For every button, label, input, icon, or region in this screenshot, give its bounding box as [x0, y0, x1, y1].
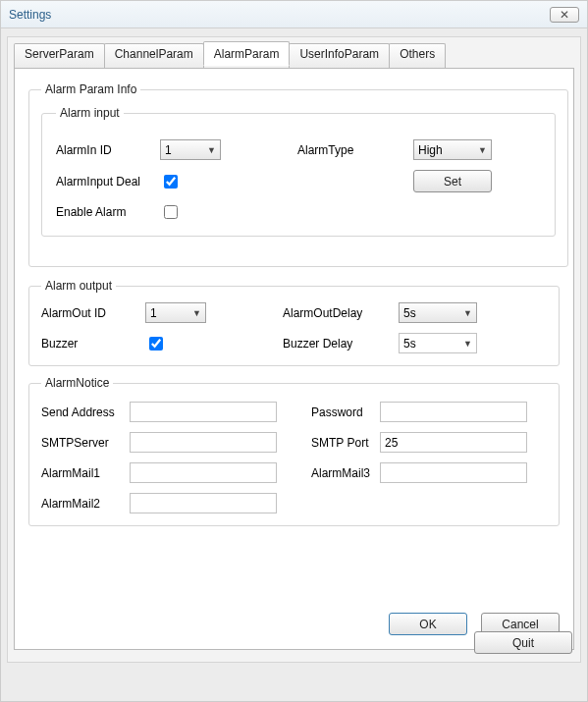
alarm-type-select[interactable]: High ▼	[413, 139, 492, 160]
quit-button[interactable]: Quit	[474, 631, 572, 654]
alarmmail3-input[interactable]	[380, 462, 527, 483]
buzzer-delay-select[interactable]: 5s ▼	[399, 333, 477, 353]
alarm-input-legend: Alarm input	[56, 106, 124, 120]
ok-button[interactable]: OK	[389, 613, 467, 635]
alarmout-delay-value: 5s	[403, 306, 416, 320]
alarminput-deal-checkbox[interactable]	[164, 175, 178, 189]
alarm-notice-group: AlarmNotice Send Address Password SMTPSe…	[28, 376, 560, 526]
alarmout-id-select[interactable]: 1 ▼	[145, 302, 206, 323]
alarmout-id-value: 1	[150, 306, 157, 320]
quit-row: Quit	[474, 631, 572, 654]
send-address-label: Send Address	[41, 405, 130, 419]
smtp-port-label: SMTP Port	[292, 436, 380, 450]
send-address-input[interactable]	[130, 402, 277, 422]
alarmmail2-label: AlarmMail2	[41, 497, 130, 511]
alarmout-delay-label: AlarmOutDelay	[273, 306, 399, 320]
buzzer-delay-value: 5s	[403, 337, 416, 351]
content-area: ServerParam ChannelParam AlarmParam User…	[1, 28, 587, 669]
tab-channelparam[interactable]: ChannelParam	[104, 43, 204, 68]
alarm-input-group: Alarm input AlarmIn ID 1 ▼ AlarmType	[41, 106, 556, 237]
alarm-type-value: High	[418, 143, 443, 157]
smtpserver-input[interactable]	[130, 432, 277, 453]
alarm-notice-legend: AlarmNotice	[41, 376, 113, 390]
alarminput-deal-label: AlarmInput Deal	[56, 175, 160, 189]
main-panel: ServerParam ChannelParam AlarmParam User…	[7, 36, 581, 663]
smtp-port-input[interactable]	[380, 432, 527, 453]
alarmout-delay-select[interactable]: 5s ▼	[399, 302, 477, 323]
tab-body: Alarm Param Info Alarm input AlarmIn ID …	[14, 68, 574, 650]
tab-alarmparam[interactable]: AlarmParam	[203, 41, 291, 66]
chevron-down-icon: ▼	[463, 308, 472, 318]
buzzer-delay-label: Buzzer Delay	[273, 337, 399, 351]
alarmin-id-value: 1	[165, 143, 172, 157]
alarm-output-legend: Alarm output	[41, 279, 116, 293]
alarmmail2-input[interactable]	[130, 493, 277, 513]
alarmmail1-input[interactable]	[130, 462, 277, 483]
chevron-down-icon: ▼	[207, 145, 216, 155]
window-title: Settings	[9, 8, 51, 22]
chevron-down-icon: ▼	[463, 339, 472, 349]
chevron-down-icon: ▼	[478, 145, 487, 155]
titlebar: Settings ✕	[1, 1, 587, 28]
buzzer-label: Buzzer	[41, 337, 145, 351]
set-button[interactable]: Set	[413, 170, 492, 192]
alarmin-id-label: AlarmIn ID	[56, 143, 160, 157]
alarm-param-info-group: Alarm Param Info Alarm input AlarmIn ID …	[28, 82, 568, 267]
alarm-param-info-legend: Alarm Param Info	[41, 82, 140, 96]
enable-alarm-checkbox[interactable]	[164, 205, 178, 219]
close-icon: ✕	[560, 8, 569, 22]
alarm-output-group: Alarm output AlarmOut ID 1 ▼ AlarmOutDel…	[28, 279, 560, 366]
alarmmail1-label: AlarmMail1	[41, 466, 130, 480]
password-input[interactable]	[380, 402, 527, 422]
smtpserver-label: SMTPServer	[41, 436, 130, 450]
enable-alarm-label: Enable Alarm	[56, 205, 160, 219]
window-close-button[interactable]: ✕	[550, 7, 579, 23]
alarmin-id-select[interactable]: 1 ▼	[160, 139, 221, 160]
tab-strip: ServerParam ChannelParam AlarmParam User…	[14, 43, 580, 68]
chevron-down-icon: ▼	[192, 308, 201, 318]
tab-serverparam[interactable]: ServerParam	[14, 43, 105, 68]
password-label: Password	[292, 405, 380, 419]
tab-userinfoparam[interactable]: UserInfoParam	[289, 43, 390, 68]
tab-others[interactable]: Others	[389, 43, 446, 68]
buzzer-checkbox[interactable]	[149, 337, 163, 351]
alarmmail3-label: AlarmMail3	[292, 466, 380, 480]
alarm-type-label: AlarmType	[288, 143, 413, 157]
alarmout-id-label: AlarmOut ID	[41, 306, 145, 320]
